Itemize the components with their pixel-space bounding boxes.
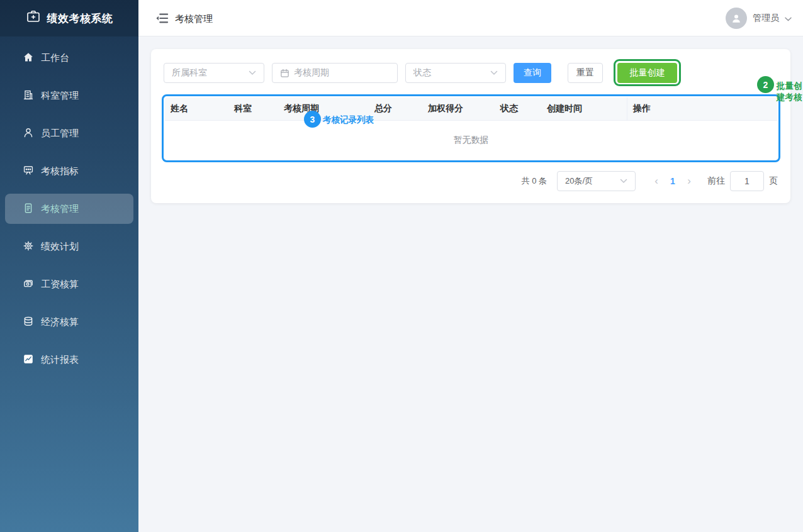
current-page[interactable]: 1 (663, 176, 682, 186)
column-header-actions: 操作 (627, 97, 777, 120)
column-header-status: 状态 (495, 103, 541, 114)
app-title: 绩效考核系统 (47, 11, 113, 26)
sidebar-item-reports[interactable]: 统计报表 (5, 345, 133, 375)
sidebar-item-label: 员工管理 (41, 128, 79, 140)
annotation-ring-batch-create: 批量创建 (614, 59, 681, 86)
table-header-row: 姓名 科室 考核周期 总分 加权得分 状态 创建时间 操作 (165, 97, 777, 121)
status-select[interactable]: 状态 (405, 63, 506, 83)
chevron-down-icon (249, 70, 256, 75)
table-empty-state: 暂无数据 (165, 121, 777, 159)
column-header-actions-label: 操作 (633, 103, 651, 114)
column-header-department: 科室 (228, 103, 278, 114)
sidebar-item-assessments[interactable]: 考核管理 (5, 194, 133, 224)
pagination-total: 共 0 条 (522, 175, 547, 187)
sidebar-item-label: 统计报表 (41, 354, 79, 366)
status-select-placeholder: 状态 (413, 67, 431, 79)
home-icon (23, 52, 34, 65)
column-header-name: 姓名 (165, 103, 228, 114)
calendar-icon (280, 69, 289, 78)
sidebar-item-employees[interactable]: 员工管理 (5, 118, 133, 148)
goto-page-input[interactable] (730, 171, 764, 191)
annotation-label-record-list: 考核记录列表 (323, 114, 374, 126)
goto-label: 前往 (707, 175, 725, 187)
user-menu[interactable]: 管理员 (726, 8, 792, 29)
sidebar-item-performance-plan[interactable]: 绩效计划 (5, 231, 133, 262)
page-size-select[interactable]: 20条/页 (557, 171, 636, 191)
avatar (726, 8, 747, 29)
user-name: 管理员 (753, 13, 779, 24)
filter-bar: 所属科室 考核周期 状态 查询 重置 (164, 63, 603, 83)
sidebar-item-label: 科室管理 (41, 90, 79, 102)
money-icon (23, 278, 34, 291)
sidebar: 绩效考核系统 工作台 科室管理 员工管理 (0, 0, 138, 532)
database-icon (23, 316, 34, 329)
chart-icon (23, 353, 34, 367)
period-date-input[interactable]: 考核周期 (272, 63, 398, 83)
assessment-table: 姓名 科室 考核周期 总分 加权得分 状态 创建时间 操作 暂无数据 (165, 97, 777, 159)
column-header-created-at: 创建时间 (541, 103, 627, 114)
sidebar-fold-icon[interactable] (155, 12, 169, 25)
board-icon (23, 165, 34, 178)
chevron-down-icon (785, 13, 792, 24)
first-aid-kit-icon (26, 9, 41, 27)
building-icon (23, 89, 34, 103)
breadcrumb: 考核管理 (175, 13, 213, 25)
sidebar-item-salary[interactable]: 工资核算 (5, 269, 133, 299)
topbar: 考核管理 管理员 (138, 0, 803, 36)
column-header-weighted-score: 加权得分 (422, 103, 495, 114)
sidebar-item-label: 工作台 (41, 52, 69, 64)
sidebar-menu: 工作台 科室管理 员工管理 考核指标 (0, 36, 138, 375)
page-size-value: 20条/页 (565, 175, 593, 187)
sidebar-item-indicators[interactable]: 考核指标 (5, 156, 133, 186)
annotation-ring-table: 姓名 科室 考核周期 总分 加权得分 状态 创建时间 操作 暂无数据 (162, 94, 780, 162)
column-header-period: 考核周期 (278, 103, 369, 114)
sidebar-item-label: 经济核算 (41, 316, 79, 328)
sidebar-item-economics[interactable]: 经济核算 (5, 307, 133, 337)
next-page-button[interactable]: › (682, 172, 696, 191)
batch-create-button[interactable]: 批量创建 (617, 63, 677, 83)
sidebar-item-label: 绩效计划 (41, 241, 79, 253)
sidebar-item-label: 考核管理 (41, 203, 79, 215)
page-unit-label: 页 (769, 175, 778, 187)
annotation-badge-3: 3 (304, 111, 321, 128)
gear-icon (23, 240, 34, 253)
sidebar-item-departments[interactable]: 科室管理 (5, 80, 133, 111)
department-select-placeholder: 所属科室 (172, 67, 207, 79)
column-header-total-score: 总分 (369, 103, 422, 114)
reset-button[interactable]: 重置 (568, 63, 603, 83)
sidebar-item-workbench[interactable]: 工作台 (5, 43, 133, 73)
pagination: 共 0 条 20条/页 ‹ 1 › 前往 页 (522, 171, 778, 191)
logo: 绩效考核系统 (0, 0, 138, 36)
department-select[interactable]: 所属科室 (164, 63, 264, 83)
search-button[interactable]: 查询 (514, 63, 551, 83)
assessment-card: 所属科室 考核周期 状态 查询 重置 批量创建 (151, 49, 790, 203)
sidebar-item-label: 考核指标 (41, 165, 79, 177)
chevron-down-icon (490, 70, 498, 75)
sidebar-item-label: 工资核算 (41, 279, 79, 291)
user-icon (23, 127, 34, 140)
annotation-badge-2: 2 (757, 76, 774, 93)
chevron-down-icon (620, 179, 627, 184)
annotation-label-batch-create: 批量创建考核 (777, 80, 803, 103)
document-icon (23, 202, 34, 216)
prev-page-button[interactable]: ‹ (649, 172, 663, 191)
main-content: 所属科室 考核周期 状态 查询 重置 批量创建 (138, 36, 803, 532)
period-placeholder: 考核周期 (294, 67, 329, 79)
